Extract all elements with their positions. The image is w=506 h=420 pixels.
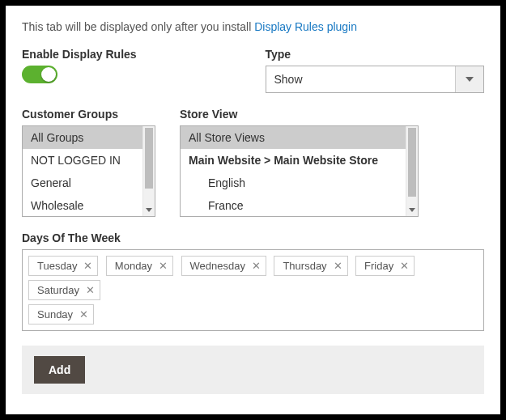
- enable-toggle[interactable]: [22, 66, 57, 83]
- close-icon[interactable]: ✕: [83, 260, 92, 272]
- intro-prefix: This tab will be displayed only after yo…: [22, 20, 254, 33]
- scrollbar[interactable]: [142, 126, 155, 216]
- list-item[interactable]: Main Website > Main Website Store: [181, 149, 406, 172]
- list-item[interactable]: France: [181, 194, 406, 216]
- toggle-knob: [41, 67, 56, 82]
- type-value: Show: [266, 66, 457, 92]
- tag-saturday: Saturday✕: [28, 280, 100, 300]
- enable-label: Enable Display Rules: [22, 48, 241, 61]
- list-item[interactable]: General: [23, 172, 142, 194]
- scrollbar-thumb[interactable]: [145, 128, 153, 189]
- store-view-label: Store View: [180, 108, 419, 121]
- list-item[interactable]: All Groups: [23, 126, 142, 149]
- tag-friday: Friday✕: [355, 256, 415, 276]
- type-select[interactable]: Show: [266, 66, 485, 93]
- close-icon[interactable]: ✕: [400, 260, 409, 272]
- days-label: Days Of The Week: [22, 231, 484, 244]
- scrollbar-thumb[interactable]: [408, 128, 416, 197]
- list-item[interactable]: English: [181, 172, 406, 194]
- store-view-listbox[interactable]: All Store Views Main Website > Main Webs…: [180, 125, 419, 217]
- type-label: Type: [266, 48, 485, 61]
- button-bar: Add: [22, 346, 484, 394]
- tag-thursday: Thursday✕: [274, 256, 347, 276]
- customer-groups-items: All Groups NOT LOGGED IN General Wholesa…: [23, 126, 142, 216]
- tag-monday: Monday✕: [106, 256, 173, 276]
- days-tag-input[interactable]: Tuesday✕ Monday✕ Wednesday✕ Thursday✕ Fr…: [22, 249, 484, 331]
- close-icon[interactable]: ✕: [79, 308, 88, 320]
- close-icon[interactable]: ✕: [252, 260, 261, 272]
- tag-sunday: Sunday✕: [28, 304, 94, 325]
- customer-groups-label: Customer Groups: [22, 108, 155, 121]
- chevron-down-icon: [456, 66, 483, 92]
- list-item[interactable]: NOT LOGGED IN: [23, 149, 142, 172]
- tag-tuesday: Tuesday✕: [28, 256, 98, 276]
- add-button[interactable]: Add: [34, 356, 85, 384]
- close-icon[interactable]: ✕: [334, 260, 342, 272]
- list-item[interactable]: Wholesale: [23, 194, 142, 216]
- chevron-down-icon[interactable]: [406, 205, 418, 214]
- display-rules-link[interactable]: Display Rules plugin: [254, 20, 357, 33]
- close-icon[interactable]: ✕: [159, 260, 168, 272]
- tag-wednesday: Wednesday✕: [181, 256, 266, 276]
- intro-text: This tab will be displayed only after yo…: [22, 20, 484, 33]
- store-view-items: All Store Views Main Website > Main Webs…: [181, 126, 406, 216]
- list-item[interactable]: All Store Views: [181, 126, 406, 149]
- close-icon[interactable]: ✕: [86, 284, 95, 296]
- chevron-down-icon[interactable]: [143, 205, 155, 214]
- scrollbar[interactable]: [406, 126, 418, 216]
- customer-groups-listbox[interactable]: All Groups NOT LOGGED IN General Wholesa…: [22, 125, 155, 217]
